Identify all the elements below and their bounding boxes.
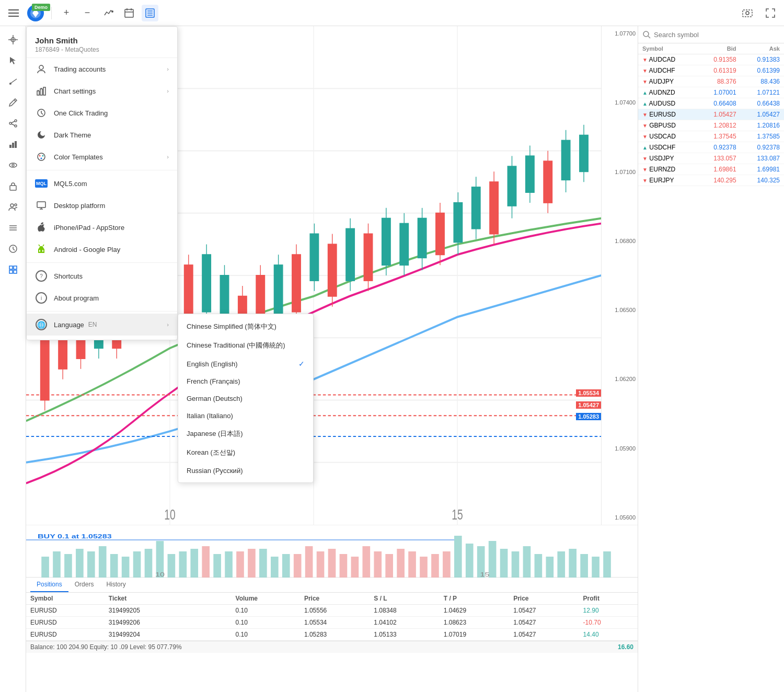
symbol-row[interactable]: ▼ AUDCAD 0.91358 0.91383: [638, 54, 784, 65]
svg-rect-143: [305, 546, 313, 578]
menu-item-trading-accounts[interactable]: Trading accounts ›: [27, 58, 177, 80]
svg-rect-135: [225, 551, 233, 578]
svg-rect-178: [40, 89, 42, 95]
position-row[interactable]: EURUSD 319499206 0.10 1.05534 1.04102 1.…: [26, 617, 638, 629]
symbol-row[interactable]: ▼ USDJPY 133.057 133.087: [638, 153, 784, 164]
indicators-button[interactable]: [100, 5, 117, 21]
ask-value: 1.05427: [741, 109, 784, 120]
lang-item-zh-traditional[interactable]: Chinese Traditional (中國傳統的): [178, 336, 313, 355]
menu-item-about[interactable]: i About program: [27, 287, 177, 309]
bid-value: 0.61319: [697, 65, 740, 76]
col-tp: T / P: [440, 593, 509, 605]
lang-item-de[interactable]: German (Deutsch): [178, 390, 313, 407]
svg-rect-155: [580, 554, 588, 578]
svg-rect-1: [8, 13, 19, 14]
lang-item-zh-simplified[interactable]: Chinese Simplified (简体中文): [178, 317, 313, 336]
svg-rect-157: [603, 551, 611, 578]
volume-svg: 10 15 BUY 0.1 at 1.05283: [26, 525, 638, 578]
symbol-row[interactable]: ▲ USDCHF 0.92378 0.92378: [638, 142, 784, 153]
lang-item-fr[interactable]: French (Français): [178, 373, 313, 390]
menu-item-shortcuts[interactable]: ? Shortcuts: [27, 265, 177, 287]
svg-rect-14: [743, 10, 752, 17]
menu-item-mql5[interactable]: MQL MQL5.com: [27, 172, 177, 194]
svg-marker-190: [38, 246, 44, 253]
screenshot-button[interactable]: [739, 5, 756, 21]
tab-orders[interactable]: Orders: [68, 578, 100, 592]
lang-item-ja[interactable]: Japanese (日本語): [178, 424, 313, 443]
menu-item-one-click-trading[interactable]: One Click Trading: [27, 102, 177, 124]
pos-volume: 0.10: [232, 629, 300, 641]
search-input[interactable]: [654, 31, 780, 39]
add-button[interactable]: +: [58, 5, 75, 21]
svg-rect-32: [10, 186, 16, 190]
menu-label-trading-accounts: Trading accounts: [54, 65, 106, 73]
tab-history[interactable]: History: [100, 578, 132, 592]
fullscreen-button[interactable]: [762, 5, 779, 21]
svg-rect-193: [39, 250, 40, 252]
sidebar-icon-grid[interactable]: [4, 260, 22, 279]
minus-button[interactable]: −: [79, 5, 96, 21]
left-sidebar: [0, 26, 26, 692]
list-button[interactable]: [142, 5, 158, 21]
col-volume: Volume: [232, 593, 300, 605]
symbol-row[interactable]: ▼ EURNZD 1.69861 1.69981: [638, 164, 784, 175]
lang-item-en[interactable]: English (English)✓: [178, 355, 313, 373]
menu-item-color-templates[interactable]: Color Templates ›: [27, 146, 177, 168]
pos-symbol: EURUSD: [26, 617, 105, 629]
calendar-button[interactable]: [121, 5, 137, 21]
sidebar-icon-eye[interactable]: [4, 156, 22, 175]
symbol-row[interactable]: ▼ USDCAD 1.37545 1.37585: [638, 131, 784, 142]
top-toolbar: Demo + −: [0, 0, 784, 26]
language-badge: EN: [88, 321, 97, 328]
direction-arrow: ▼: [642, 134, 648, 140]
sidebar-icon-connect[interactable]: [4, 114, 22, 133]
symbol-row[interactable]: ▲ AUDUSD 0.66408 0.66438: [638, 98, 784, 109]
svg-rect-151: [535, 554, 543, 578]
menu-item-dark-theme[interactable]: Dark Theme: [27, 124, 177, 146]
svg-rect-139: [202, 546, 210, 578]
menu-item-language[interactable]: 🌐 Language EN ›: [27, 314, 177, 336]
lang-item-ko[interactable]: Korean (조선말): [178, 443, 313, 462]
sidebar-icon-line[interactable]: [4, 72, 22, 91]
android-icon: [35, 243, 48, 256]
dropdown-menu: John Smith 1876849 - MetaQuotes Trading …: [26, 26, 178, 340]
svg-point-174: [643, 31, 649, 37]
symbol-row[interactable]: ▲ AUDNZD 1.07001 1.07121: [638, 87, 784, 98]
svg-rect-122: [64, 554, 72, 578]
symbol-row[interactable]: ▼ AUDCHF 0.61319 0.61399: [638, 65, 784, 76]
pos-type: [194, 605, 213, 617]
sidebar-icon-people[interactable]: [4, 198, 22, 216]
pos-price-cur: 1.05427: [509, 617, 579, 629]
lang-item-it[interactable]: Italian (Italiano): [178, 407, 313, 424]
svg-rect-137: [271, 557, 279, 578]
sidebar-icon-pencil[interactable]: [4, 93, 22, 112]
menu-item-android[interactable]: Android - Google Play: [27, 238, 177, 260]
symbol-row[interactable]: ▼ GBPUSD 1.20812 1.20816: [638, 120, 784, 131]
symbol-row[interactable]: ▼ AUDJPY 88.376 88.436: [638, 76, 784, 87]
hamburger-button[interactable]: [5, 5, 22, 21]
menu-label-chart-settings: Chart settings: [54, 87, 96, 95]
tab-positions[interactable]: Positions: [30, 578, 68, 592]
sidebar-icon-bars[interactable]: [4, 135, 22, 154]
symbol-row[interactable]: ▼ EURJPY 140.295 140.325: [638, 175, 784, 186]
symbol-row[interactable]: ▼ EURUSD 1.05427 1.05427: [638, 109, 784, 120]
menu-label-dark-theme: Dark Theme: [54, 131, 91, 139]
svg-rect-140: [236, 551, 244, 578]
position-row[interactable]: EURUSD 319499204 0.10 1.05283 1.05133 1.…: [26, 629, 638, 641]
svg-point-22: [9, 122, 11, 124]
lang-item-ru[interactable]: Russian (Русский): [178, 462, 313, 479]
bid-value: 0.91358: [697, 54, 740, 65]
menu-item-appstore[interactable]: iPhone/iPad - AppStore: [27, 216, 177, 238]
sidebar-icon-lock[interactable]: [4, 177, 22, 195]
svg-point-20: [9, 83, 11, 85]
menu-item-chart-settings[interactable]: Chart settings ›: [27, 80, 177, 102]
sidebar-icon-list[interactable]: [4, 218, 22, 237]
sidebar-icon-cursor[interactable]: [4, 51, 22, 70]
sidebar-icon-crosshair[interactable]: [4, 30, 22, 49]
menu-item-desktop[interactable]: Desktop platform: [27, 194, 177, 216]
sidebar-icon-history[interactable]: [4, 239, 22, 258]
position-row[interactable]: EURUSD 319499205 0.10 1.05556 1.08348 1.…: [26, 605, 638, 617]
bottom-panel: Positions Orders History Symbol Ticket V…: [26, 577, 638, 692]
positions-table: Symbol Ticket Volume Price S / L T / P P…: [26, 593, 638, 641]
pos-profit: -10.70: [579, 617, 638, 629]
